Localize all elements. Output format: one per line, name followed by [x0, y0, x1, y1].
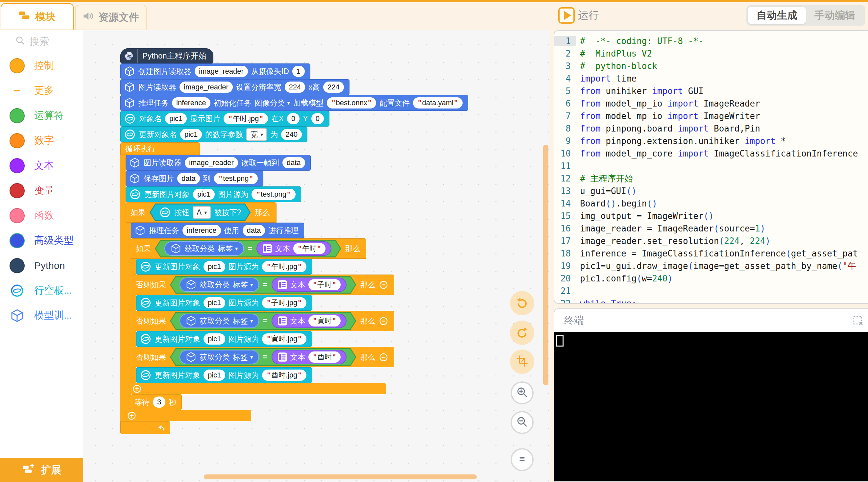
undo-button[interactable] — [510, 291, 534, 315]
remove-branch-button[interactable] — [379, 317, 388, 326]
if-elif-block[interactable]: 如果获取分类标签▾=文本"午时"那么更新图片对象pic1图片源为"午时.jpg"… — [131, 238, 394, 394]
block-statement[interactable]: 图片读取器image_reader读取一帧到data — [126, 155, 311, 171]
sidebar-item-控制[interactable]: 控制 — [0, 53, 83, 78]
if-elif-footer[interactable] — [131, 383, 386, 394]
string-input[interactable]: "test.png" — [214, 173, 258, 184]
get-classification-reporter[interactable]: 获取分类标签▾ — [164, 241, 244, 256]
block-statement[interactable]: 更新图片对象pic1图片源为"酉时.jpg" — [136, 367, 312, 383]
block-statement[interactable]: 更新图片对象pic1图片源为"寅时.jpg" — [136, 331, 312, 347]
sidebar-item-文本[interactable]: 文本 — [0, 153, 83, 178]
value-input[interactable]: image_reader — [180, 82, 233, 93]
value-input[interactable]: data — [177, 173, 200, 184]
value-input[interactable]: pic1 — [165, 113, 187, 124]
dropdown-field[interactable]: 标签▾ — [233, 316, 253, 326]
value-input[interactable]: pic1 — [204, 297, 225, 308]
loop-header[interactable]: 循环执行 — [120, 142, 200, 155]
sidebar-item-运算符[interactable]: 运算符 — [0, 103, 83, 128]
text-block-reporter[interactable]: 文本"寅时" — [272, 314, 347, 328]
elif-branch-header[interactable]: 否则如果获取分类标签▾=文本"子时"那么 — [131, 274, 394, 295]
dropdown-field[interactable]: 标签▾ — [233, 280, 253, 290]
manual-edit-toggle[interactable]: 手动编辑 — [806, 7, 864, 24]
block-statement[interactable]: 更新对象名pic1的数字参数宽▾为240 — [120, 127, 307, 142]
elif-branch-header[interactable]: 否则如果获取分类标签▾=文本"寅时"那么 — [131, 311, 394, 331]
tab-modules[interactable]: 模块 — [1, 3, 74, 30]
string-input[interactable]: "午时" — [293, 243, 326, 254]
block-statement[interactable]: 推理任务inference使用data进行推理 — [131, 222, 304, 238]
string-input[interactable]: "子时" — [308, 279, 341, 290]
screenshot-crop-button[interactable] — [510, 350, 534, 374]
string-input[interactable]: "best.onnx" — [327, 97, 376, 109]
blocks-canvas[interactable]: Python主程序开始创建图片读取器image_reader从摄像头ID1图片读… — [83, 30, 550, 482]
python-main-hat-block[interactable]: Python主程序开始 — [120, 48, 213, 63]
block-statement[interactable]: 创建图片读取器image_reader从摄像头ID1 — [120, 63, 310, 79]
value-input[interactable]: 224 — [285, 82, 305, 93]
block-statement[interactable]: 推理任务inference初始化任务图像分类▾加载模型"best.onnx"配置… — [120, 95, 468, 111]
if-header[interactable]: 如果按钮A▾被按下?那么 — [126, 202, 277, 222]
zoom-out-button[interactable] — [510, 411, 534, 434]
run-button[interactable]: 运行 — [558, 7, 599, 24]
comparison-hexagon[interactable]: 获取分类标签▾=文本"子时" — [170, 276, 356, 294]
clear-terminal-icon[interactable] — [852, 315, 864, 326]
block-statement[interactable]: 对象名pic1显示图片"午时.jpg"在X0Y0 — [120, 111, 330, 127]
sidebar-item-行空板...[interactable]: 行空板... — [0, 278, 83, 303]
sidebar-item-数字[interactable]: 数字 — [0, 128, 83, 153]
block-statement[interactable]: 等待3秒 — [131, 394, 182, 410]
value-input[interactable]: pic1 — [204, 261, 225, 272]
if-branch-header[interactable]: 如果获取分类标签▾=文本"午时"那么 — [131, 238, 366, 259]
comparison-hexagon[interactable]: 获取分类标签▾=文本"午时" — [155, 240, 341, 258]
sidebar-item-模型训...[interactable]: 模型训... — [0, 303, 83, 328]
get-classification-reporter[interactable]: 获取分类标签▾ — [180, 277, 259, 292]
value-input[interactable]: 0 — [287, 113, 300, 124]
value-input[interactable]: data — [282, 157, 305, 168]
value-input[interactable]: image_reader — [195, 66, 248, 77]
terminal-output[interactable] — [554, 332, 868, 481]
extensions-button[interactable]: 扩展 — [0, 458, 83, 482]
string-input[interactable]: "酉时" — [308, 352, 341, 363]
value-input[interactable]: 224 — [323, 82, 344, 93]
string-input[interactable]: "午时.jpg" — [224, 113, 268, 124]
string-input[interactable]: "data.yaml" — [413, 97, 462, 109]
dropdown-field[interactable]: 标签▾ — [233, 352, 253, 362]
zoom-in-button[interactable] — [510, 382, 534, 404]
loop-footer[interactable] — [120, 421, 170, 434]
block-statement[interactable]: 更新图片对象pic1图片源为"午时.jpg" — [136, 259, 312, 274]
value-input[interactable]: 240 — [281, 129, 302, 140]
sidebar-item-Python[interactable]: Python — [0, 253, 83, 278]
sidebar-item-更多[interactable]: 更多 — [0, 78, 83, 103]
add-branch-button[interactable] — [132, 384, 142, 393]
value-input[interactable]: image_reader — [185, 157, 238, 168]
tab-resources[interactable]: 资源文件 — [75, 5, 147, 30]
sidebar-item-变量[interactable]: 变量 — [0, 178, 83, 203]
comparison-hexagon[interactable]: 获取分类标签▾=文本"酉时" — [170, 348, 356, 366]
auto-generate-toggle[interactable]: 自动生成 — [748, 7, 806, 24]
text-block-reporter[interactable]: 文本"子时" — [272, 277, 347, 292]
dropdown-field[interactable]: A▾ — [193, 206, 211, 219]
string-input[interactable]: "酉时.jpg" — [262, 369, 306, 381]
value-input[interactable]: pic1 — [193, 189, 215, 200]
remove-branch-button[interactable] — [379, 280, 388, 289]
block-statement[interactable]: 保存图片data到"test.png" — [126, 171, 264, 186]
redo-button[interactable] — [510, 321, 534, 345]
sidebar-item-高级类型[interactable]: 高级类型 — [0, 228, 83, 253]
loop-block[interactable]: 循环执行图片读取器image_reader读取一帧到data保存图片data到"… — [120, 142, 394, 434]
dropdown-field[interactable]: 标签▾ — [218, 244, 238, 254]
dropdown-field[interactable]: 宽▾ — [246, 128, 267, 141]
elif-branch-header[interactable]: 否则如果获取分类标签▾=文本"酉时"那么 — [131, 347, 394, 367]
string-input[interactable]: "寅时.jpg" — [262, 333, 306, 344]
value-input[interactable]: pic1 — [204, 369, 225, 381]
value-input[interactable]: 0 — [311, 113, 324, 124]
if-block[interactable]: 如果按钮A▾被按下?那么推理任务inference使用data进行推理如果获取分… — [126, 202, 394, 421]
string-input[interactable]: "寅时" — [308, 315, 341, 327]
zoom-reset-button[interactable] — [510, 448, 534, 471]
add-branch-button[interactable] — [127, 411, 136, 420]
search-input[interactable]: 搜索 — [0, 30, 83, 53]
get-classification-reporter[interactable]: 获取分类标签▾ — [180, 314, 259, 328]
string-input[interactable]: "test.png" — [251, 189, 295, 200]
block-statement[interactable]: 更新图片对象pic1图片源为"子时.jpg" — [136, 295, 312, 311]
condition-hexagon[interactable]: 按钮A▾被按下? — [150, 204, 251, 221]
generated-code-view[interactable]: 1# -*- coding: UTF-8 -*-2# MindPlus V23#… — [554, 30, 868, 304]
text-block-reporter[interactable]: 文本"午时" — [256, 241, 332, 256]
sidebar-item-函数[interactable]: 函数 — [0, 203, 83, 228]
dropdown-field[interactable]: 图像分类▾ — [255, 98, 290, 108]
value-input[interactable]: 3 — [153, 396, 165, 408]
